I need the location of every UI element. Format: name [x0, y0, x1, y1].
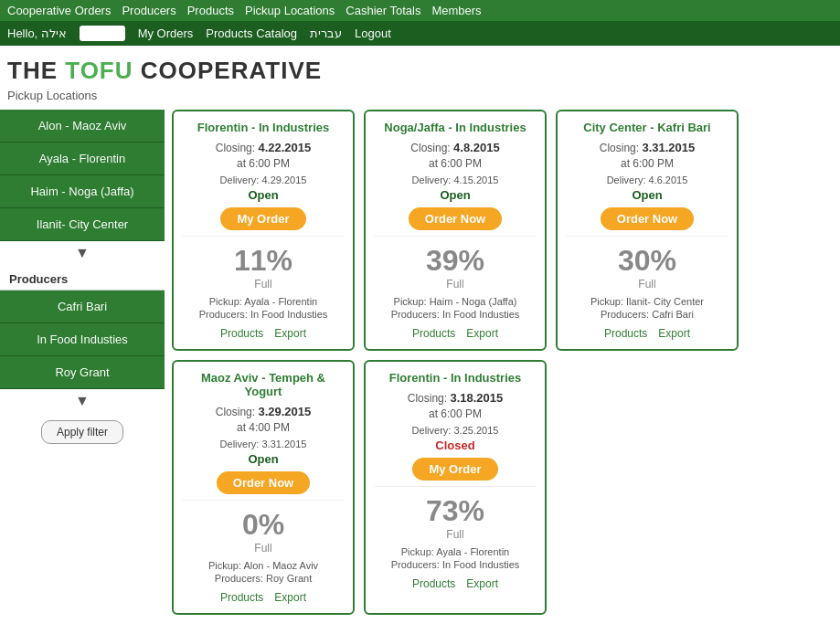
- nav-cooperative-orders[interactable]: Cooperative Orders: [7, 4, 111, 17]
- card-full: Full: [375, 528, 536, 541]
- sidebar-item-haim[interactable]: Haim - Noga (Jaffa): [0, 175, 165, 208]
- closing-time: at 6:00 PM: [237, 157, 290, 170]
- card-links: Products Export: [183, 327, 344, 340]
- card-delivery: Delivery: 4.15.2015: [375, 174, 536, 185]
- products-catalog-link[interactable]: Products Catalog: [206, 26, 297, 40]
- card-title: Florentin - In Industries: [183, 121, 344, 134]
- closing-date: 3.18.2015: [450, 391, 503, 405]
- card-closing: Closing: 3.29.2015 at 4:00 PM: [183, 404, 344, 436]
- my-orders-link[interactable]: My Orders: [138, 26, 194, 40]
- card-closing: Closing: 4.8.2015 at 6:00 PM: [375, 140, 536, 172]
- card-delivery: Delivery: 3.25.2015: [375, 425, 536, 436]
- card-percent: 73%: [375, 494, 536, 528]
- closing-label: Closing:: [216, 406, 255, 418]
- card-producers: Producers: In Food Industies: [375, 309, 536, 320]
- card-status: Open: [183, 188, 344, 202]
- card-delivery: Delivery: 3.31.2015: [183, 439, 344, 449]
- export-link[interactable]: Export: [274, 327, 306, 340]
- card-delivery: Delivery: 4.6.2015: [567, 174, 728, 185]
- sidebar-item-ayala[interactable]: Ayala - Florentin: [0, 143, 165, 175]
- card-percent: 30%: [567, 244, 728, 278]
- card-closing: Closing: 4.22.2015 at 6:00 PM: [183, 140, 344, 172]
- producer-arrow-down[interactable]: ▼: [0, 389, 165, 413]
- hebrew-link[interactable]: עברית: [310, 26, 342, 40]
- card-links: Products Export: [183, 591, 344, 604]
- card-percent: 11%: [183, 244, 344, 278]
- order-button[interactable]: Order Now: [409, 207, 502, 230]
- products-link[interactable]: Products: [412, 327, 455, 340]
- order-button[interactable]: My Order: [412, 458, 497, 481]
- order-card: Florentin - In Industries Closing: 4.22.…: [172, 110, 355, 351]
- top-nav: Cooperative Orders Producers Products Pi…: [0, 0, 840, 21]
- order-button[interactable]: Order Now: [601, 207, 694, 230]
- export-link[interactable]: Export: [466, 577, 498, 590]
- card-producers: Producers: Cafri Bari: [567, 309, 728, 320]
- card-status: Open: [375, 188, 536, 202]
- card-full: Full: [375, 278, 536, 291]
- nav-cashier-totals[interactable]: Cashier Totals: [346, 4, 420, 17]
- card-full: Full: [567, 278, 728, 291]
- card-pickup: Pickup: Ayala - Florentin: [375, 546, 536, 557]
- nav-members[interactable]: Members: [431, 4, 481, 17]
- card-title: Florentin - In Industries: [375, 371, 536, 385]
- order-button[interactable]: My Order: [220, 207, 305, 230]
- closing-date: 4.8.2015: [453, 141, 500, 154]
- card-producers: Producers: In Food Industies: [375, 559, 536, 570]
- card-closing: Closing: 3.18.2015 at 6:00 PM: [375, 390, 536, 422]
- pickup-label: Pickup Locations: [0, 89, 840, 110]
- page-body: Alon - Maoz Aviv Ayala - Florentin Haim …: [0, 110, 840, 615]
- closing-label: Closing:: [410, 142, 450, 154]
- card-pickup: Pickup: Ayala - Florentin: [183, 296, 344, 307]
- card-closing: Closing: 3.31.2015 at 6:00 PM: [567, 140, 728, 172]
- sidebar-item-ilanit[interactable]: Ilanit- City Center: [0, 208, 165, 241]
- sidebar-item-cafri[interactable]: Cafri Bari: [0, 291, 165, 323]
- closing-time: at 4:00 PM: [237, 421, 290, 434]
- sidebar-item-roy[interactable]: Roy Grant: [0, 356, 165, 389]
- card-full: Full: [183, 542, 344, 555]
- products-link[interactable]: Products: [220, 591, 263, 604]
- export-link[interactable]: Export: [274, 591, 306, 604]
- order-card: Florentin - In Industries Closing: 3.18.…: [364, 360, 547, 615]
- logout-link[interactable]: Logout: [355, 26, 391, 40]
- closing-date: 3.31.2015: [642, 141, 695, 154]
- pickup-arrow-down[interactable]: ▼: [0, 241, 165, 265]
- card-percent: 0%: [183, 508, 344, 542]
- closing-time: at 6:00 PM: [429, 157, 482, 170]
- export-link[interactable]: Export: [466, 327, 498, 340]
- nav-products[interactable]: Products: [187, 4, 234, 17]
- nav-pickup-locations[interactable]: Pickup Locations: [245, 4, 335, 17]
- card-full: Full: [183, 278, 344, 291]
- second-nav: Hello, אילה 200.00 My Orders Products Ca…: [0, 21, 840, 46]
- order-button[interactable]: Order Now: [217, 471, 310, 494]
- apply-filter-button[interactable]: Apply filter: [41, 420, 123, 444]
- main-title: THE TOFU COOPERATIVE: [0, 46, 840, 89]
- order-card: Maoz Aviv - Tempeh & Yogurt Closing: 3.2…: [172, 360, 355, 615]
- producers-section-label: Producers: [0, 265, 165, 291]
- card-producers: Producers: In Food Industies: [183, 309, 344, 320]
- card-pickup: Pickup: Haim - Noga (Jaffa): [375, 296, 536, 307]
- title-tofu: TOFU: [65, 57, 133, 84]
- card-producers: Producers: Roy Grant: [183, 573, 344, 584]
- products-link[interactable]: Products: [220, 327, 263, 340]
- closing-time: at 6:00 PM: [621, 157, 674, 170]
- card-title: City Center - Kafri Bari: [567, 121, 728, 134]
- sidebar-item-alon[interactable]: Alon - Maoz Aviv: [0, 110, 165, 143]
- closing-time: at 6:00 PM: [429, 407, 482, 420]
- order-card: Noga/Jaffa - In Industries Closing: 4.8.…: [364, 110, 547, 351]
- products-link[interactable]: Products: [604, 327, 647, 340]
- card-links: Products Export: [567, 327, 728, 340]
- sidebar-item-infood[interactable]: In Food Industies: [0, 323, 165, 356]
- sidebar: Alon - Maoz Aviv Ayala - Florentin Haim …: [0, 110, 165, 451]
- credit-badge: 200.00: [80, 26, 125, 41]
- title-prefix: THE: [7, 57, 65, 84]
- closing-date: 3.29.2015: [258, 405, 311, 418]
- nav-producers[interactable]: Producers: [122, 4, 175, 17]
- products-link[interactable]: Products: [412, 577, 455, 590]
- export-link[interactable]: Export: [658, 327, 690, 340]
- title-suffix: COOPERATIVE: [133, 57, 323, 84]
- closing-label: Closing:: [600, 142, 639, 154]
- card-percent: 39%: [375, 244, 536, 278]
- card-pickup: Pickup: Alon - Maoz Aviv: [183, 560, 344, 571]
- closing-date: 4.22.2015: [258, 141, 311, 154]
- card-status: Closed: [375, 439, 536, 452]
